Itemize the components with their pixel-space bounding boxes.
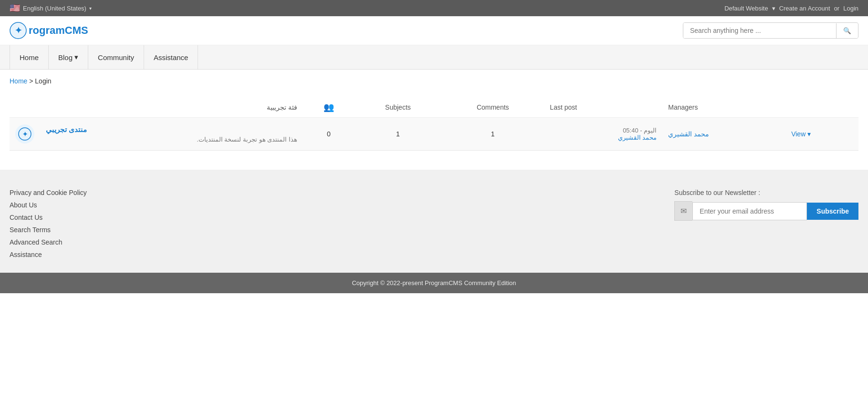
main-content: فئة تجريبية 👥 Subjects Comments Last pos… — [0, 92, 868, 170]
logo-text: rogramCMS — [29, 24, 88, 37]
email-icon: ✉ — [674, 201, 692, 221]
lastpost-time: اليوم - 05:40 — [550, 127, 657, 134]
breadcrumb-home[interactable]: Home — [10, 77, 27, 85]
footer-about-link[interactable]: About Us — [10, 201, 87, 209]
table-row: ✦ منتدى تجريبي هذا المنتدى هو تجربة لنسخ… — [10, 118, 858, 151]
nav-blog-arrow: ▾ — [74, 53, 78, 62]
managers-header: Managers — [662, 97, 785, 118]
view-label: View — [791, 130, 805, 138]
footer-contact-link[interactable]: Contact Us — [10, 214, 87, 221]
footer-assistance-link[interactable]: Assistance — [10, 251, 87, 258]
website-dropdown-arrow[interactable]: ▾ — [772, 5, 775, 12]
language-label: English (United States) — [23, 5, 86, 12]
forum-name-cell: منتدى تجريبي هذا المنتدى هو تجربة لنسخة … — [40, 118, 303, 151]
top-bar-left: 🇺🇸 English (United States) ▾ — [10, 3, 92, 13]
logo-icon: ✦ — [10, 22, 27, 39]
footer-search-terms-link[interactable]: Search Terms — [10, 226, 87, 234]
forum-table: فئة تجريبية 👥 Subjects Comments Last pos… — [10, 97, 858, 151]
nav-community[interactable]: Community — [88, 45, 144, 69]
create-account-link[interactable]: Create an Account — [779, 5, 830, 12]
members-value: 0 — [327, 130, 331, 138]
login-link[interactable]: Login — [843, 5, 858, 12]
view-button[interactable]: View ▾ — [791, 130, 853, 138]
category-header: فئة تجريبية — [10, 97, 303, 118]
nav-community-label: Community — [98, 53, 134, 62]
forum-logo-icon: ✦ — [18, 127, 31, 141]
footer-advanced-search-link[interactable]: Advanced Search — [10, 238, 87, 246]
managers-cell: محمد القشيري — [662, 118, 785, 151]
members-header: 👥 — [303, 97, 355, 118]
website-label: Default Website — [724, 5, 768, 12]
lastpost-user: محمد القشيري — [550, 134, 657, 141]
newsletter-email-input[interactable] — [692, 202, 807, 220]
newsletter-title: Subscribe to our Newsletter : — [674, 189, 858, 196]
search-button[interactable]: 🔍 — [836, 23, 858, 38]
lastpost-header: Last post — [544, 97, 662, 118]
lastpost-user-link[interactable]: محمد القشيري — [618, 134, 657, 141]
manager-link[interactable]: محمد القشيري — [668, 130, 709, 138]
nav-blog[interactable]: Blog ▾ — [49, 45, 88, 69]
nav-blog-label: Blog — [58, 53, 73, 62]
forum-table-header: فئة تجريبية 👥 Subjects Comments Last pos… — [10, 97, 858, 118]
footer-newsletter: Subscribe to our Newsletter : ✉ Subscrib… — [674, 189, 858, 221]
nav-home[interactable]: Home — [10, 45, 49, 69]
forum-logo: ✦ — [15, 124, 34, 144]
bottom-footer: Copyright © 2022-present ProgramCMS Comm… — [0, 273, 868, 293]
subjects-value: 1 — [396, 130, 400, 138]
breadcrumb-current: Login — [35, 77, 51, 85]
search-bar: 🔍 — [683, 22, 858, 39]
svg-text:✦: ✦ — [15, 26, 22, 35]
nav-home-label: Home — [20, 53, 39, 62]
top-bar-right: Default Website ▾ Create an Account or L… — [724, 5, 858, 12]
footer: Privacy and Cookie Policy About Us Conta… — [0, 170, 868, 273]
forum-icon-cell: ✦ — [10, 118, 40, 151]
subjects-header: Subjects — [355, 97, 441, 118]
breadcrumb: Home > Login — [0, 70, 868, 92]
svg-text:✦: ✦ — [22, 131, 28, 138]
subjects-count: 1 — [355, 118, 441, 151]
comments-header: Comments — [441, 97, 544, 118]
forum-name-link[interactable]: منتدى تجريبي — [46, 125, 87, 133]
language-dropdown-arrow[interactable]: ▾ — [89, 6, 92, 11]
view-dropdown-arrow: ▾ — [807, 130, 811, 138]
view-cell: View ▾ — [785, 118, 858, 151]
or-text: or — [834, 5, 840, 12]
nav-assistance[interactable]: Assistance — [144, 45, 199, 69]
flag-icon: 🇺🇸 — [10, 3, 20, 13]
breadcrumb-separator: > — [29, 77, 33, 85]
forum-description: هذا المنتدى هو تجربة لنسخة المنتديات. — [46, 136, 297, 143]
view-header — [785, 97, 858, 118]
main-nav: Home Blog ▾ Community Assistance — [0, 45, 868, 70]
footer-privacy-link[interactable]: Privacy and Cookie Policy — [10, 189, 87, 196]
comments-value: 1 — [491, 130, 495, 138]
category-name: فئة تجريبية — [267, 103, 297, 111]
copyright-text: Copyright © 2022-present ProgramCMS Comm… — [352, 279, 516, 287]
logo[interactable]: ✦ rogramCMS — [10, 22, 88, 39]
subscribe-button[interactable]: Subscribe — [807, 203, 858, 220]
nav-assistance-label: Assistance — [154, 53, 188, 62]
comments-count: 1 — [441, 118, 544, 151]
newsletter-form: ✉ Subscribe — [674, 201, 858, 221]
search-input[interactable] — [683, 23, 836, 38]
members-count: 0 — [303, 118, 355, 151]
header: ✦ rogramCMS 🔍 — [0, 16, 868, 45]
members-icon: 👥 — [324, 103, 334, 112]
footer-links: Privacy and Cookie Policy About Us Conta… — [10, 189, 87, 258]
top-bar: 🇺🇸 English (United States) ▾ Default Web… — [0, 0, 868, 16]
lastpost-cell: اليوم - 05:40 محمد القشيري — [544, 118, 662, 151]
